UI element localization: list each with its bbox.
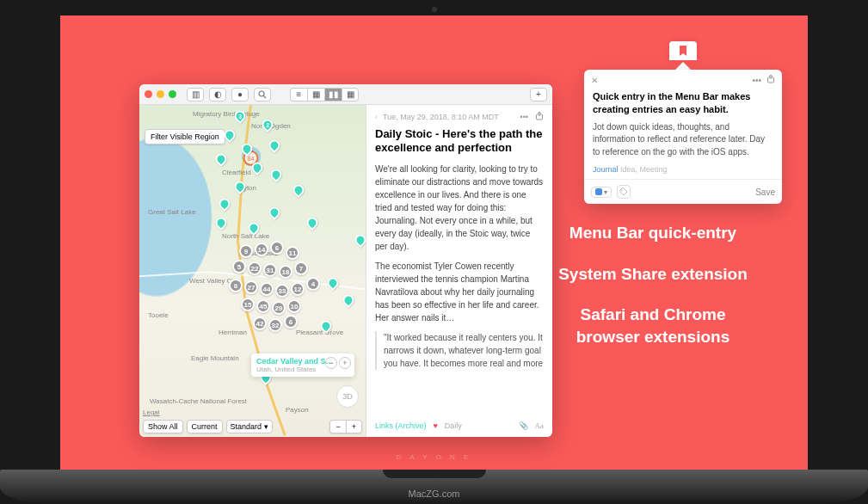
popover-close-button[interactable]: ✕ <box>591 76 598 85</box>
marketing-line: Menu Bar quick-entry <box>550 222 756 244</box>
entry-quote: "It worked because it really centers you… <box>375 331 544 370</box>
menubar-bookmark-tab[interactable] <box>669 41 697 60</box>
view-calendar-button[interactable]: ▦ <box>342 88 359 101</box>
entry-links-button[interactable]: Links (Archive) <box>375 421 427 430</box>
map-legal-link[interactable]: Legal <box>143 409 160 416</box>
popup-zoom-out-button[interactable]: − <box>325 357 337 369</box>
map-cluster[interactable]: 9 <box>239 244 253 258</box>
app-window: ▥ ◐ ● ≡ ▦ ▮▮ ▦ + <box>139 84 552 437</box>
laptop-base: MacZG.com <box>0 470 868 504</box>
fullscreen-button[interactable]: ● <box>231 88 249 101</box>
map-bottom-bar: Show All Current Standard ▾ − + <box>143 420 362 433</box>
map-show-all-button[interactable]: Show All <box>143 420 183 433</box>
svg-point-6 <box>621 189 623 191</box>
map-place-label: Migratory Bird Refuge <box>193 110 260 118</box>
view-grid-button[interactable]: ▦ <box>307 88 324 101</box>
svg-text:84: 84 <box>248 156 255 162</box>
map-cluster[interactable]: 33 <box>275 284 289 298</box>
add-tag-button[interactable] <box>617 185 631 199</box>
popup-zoom-in-button[interactable]: + <box>339 357 351 369</box>
entry-back-button[interactable]: ‹ <box>375 113 378 121</box>
map-cluster[interactable]: 12 <box>291 282 305 296</box>
zoom-window-button[interactable] <box>169 90 176 98</box>
entry-pane: ‹ Tue, May 29, 2018, 8:10 AM MDT ••• Dai… <box>366 105 552 437</box>
map-cluster[interactable]: 7 <box>294 261 308 275</box>
svg-line-1 <box>263 95 266 98</box>
entry-footer: Links (Archive) ♥ Daily 📎 Aa <box>375 418 544 430</box>
app-body: 84 Filter Visible Region Migratory Bird … <box>139 105 552 437</box>
camera-dot <box>432 7 437 12</box>
sidebar-toggle-button[interactable]: ▥ <box>187 88 204 101</box>
entry-date: Tue, May 29, 2018, 8:10 AM MDT <box>383 113 499 121</box>
map-cluster[interactable]: 31 <box>263 263 277 277</box>
journal-color-swatch <box>595 188 602 195</box>
tag-journal[interactable]: Journal <box>593 165 619 174</box>
map-place-label: Herriman <box>219 329 247 336</box>
appearance-toggle-button[interactable]: ◐ <box>209 88 226 101</box>
traffic-lights <box>145 90 176 98</box>
laptop-brand-label: MacZG.com <box>409 489 460 499</box>
map-cluster[interactable]: 27 <box>244 280 258 294</box>
map-cluster[interactable]: 4 <box>306 277 320 291</box>
map-style-label: Standard <box>231 422 262 431</box>
map-cluster[interactable]: 32 <box>268 318 282 332</box>
laptop-notch <box>383 470 486 478</box>
close-window-button[interactable] <box>145 90 152 98</box>
entry-tag-label: Daily <box>445 421 462 430</box>
map-cluster[interactable]: 8 <box>229 279 243 292</box>
entry-title: Daily Stoic - Here's the path the excell… <box>375 127 544 156</box>
filter-region-button[interactable]: Filter Visible Region <box>145 129 225 144</box>
screen: ▥ ◐ ● ≡ ▦ ▮▮ ▦ + <box>60 15 808 470</box>
marketing-copy: Menu Bar quick-entry System Share extens… <box>550 222 756 367</box>
entry-body[interactable]: We're all looking for clarity, looking t… <box>375 163 544 419</box>
view-list-button[interactable]: ≡ <box>290 88 307 101</box>
search-icon <box>258 90 267 99</box>
map-zoom-out-button[interactable]: − <box>329 420 345 433</box>
map-cluster[interactable]: 44 <box>260 282 274 296</box>
popover-share-button[interactable] <box>766 75 775 85</box>
map-cluster[interactable]: 42 <box>253 317 267 330</box>
popover-more-button[interactable]: ••• <box>752 76 761 85</box>
entry-share-button[interactable] <box>535 112 544 122</box>
quick-entry-popover-wrap: ✕ ••• Quick entry in the Menu Bar makes … <box>584 41 782 204</box>
view-map-button[interactable]: ▮▮ <box>324 88 342 101</box>
attachment-icon[interactable]: 📎 <box>519 421 528 430</box>
entry-more-button[interactable]: ••• <box>520 113 528 121</box>
map-cluster[interactable]: 10 <box>287 299 301 313</box>
map-cluster[interactable]: 29 <box>272 301 286 315</box>
quick-entry-body-text[interactable]: Jot down quick ideas, thoughts, and info… <box>593 121 773 159</box>
map-style-select[interactable]: Standard ▾ <box>226 420 274 433</box>
marketing-line: Safari and Chrome browser extensions <box>550 304 756 347</box>
map-pane[interactable]: 84 Filter Visible Region Migratory Bird … <box>139 105 366 437</box>
search-button[interactable] <box>254 88 271 101</box>
map-cluster[interactable]: 22 <box>248 261 262 275</box>
map-cluster[interactable]: 14 <box>255 243 268 256</box>
map-place-label: Payson <box>286 406 309 414</box>
chevron-down-icon: ▾ <box>264 422 268 431</box>
laptop-bezel: ▥ ◐ ● ≡ ▦ ▮▮ ▦ + <box>43 0 825 470</box>
map-cluster[interactable]: 5 <box>232 260 246 274</box>
map-zoom-in-button[interactable]: + <box>346 420 362 433</box>
entry-favorite-button[interactable]: ♥ <box>434 421 438 430</box>
map-place-label: Clearfield <box>222 169 251 176</box>
map-current-location-button[interactable]: Current <box>187 420 223 433</box>
quick-entry-save-button[interactable]: Save <box>755 187 775 197</box>
map-location-popup[interactable]: Cedar Valley and S… Utah, United States … <box>251 353 354 377</box>
tag-suggestions: Idea, Meeting <box>620 165 668 174</box>
journal-picker-button[interactable]: ▾ <box>591 187 612 198</box>
map-cluster[interactable]: 6 <box>284 315 298 329</box>
brand-footer: D A Y O N E <box>397 453 472 461</box>
new-entry-button[interactable]: + <box>530 88 547 101</box>
quick-entry-tags[interactable]: Journal Idea, Meeting <box>584 165 782 179</box>
text-style-icon[interactable]: Aa <box>535 421 545 430</box>
map-place-label: Pleasant Grove <box>296 329 343 336</box>
chevron-down-icon: ▾ <box>604 188 607 196</box>
map-3d-compass[interactable]: 3D <box>336 385 359 408</box>
map-cluster[interactable]: 15 <box>241 298 255 311</box>
svg-point-0 <box>259 91 264 96</box>
map-cluster[interactable]: 11 <box>286 246 299 260</box>
minimize-window-button[interactable] <box>157 90 164 98</box>
map-cluster[interactable]: 45 <box>256 299 270 313</box>
map-cluster[interactable]: 18 <box>279 265 292 279</box>
map-cluster[interactable]: 6 <box>270 241 284 255</box>
